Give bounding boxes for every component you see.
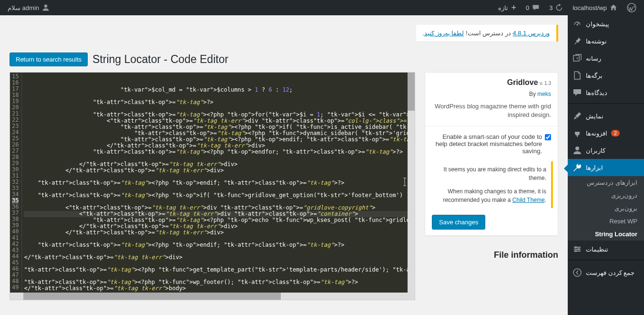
comment-icon [532,4,540,11]
sidebar-item-dashboard[interactable]: پیشخوان [568,15,644,32]
svg-point-8 [578,248,580,250]
svg-point-7 [575,246,577,248]
theme-name: Gridlove [507,78,538,86]
theme-description: WordPress blog magazine theme with grid … [432,102,551,119]
plug-icon [572,128,582,138]
sidebar-item-label: کاربران [586,147,605,154]
user-icon [572,146,582,155]
update-icon [555,4,563,11]
sidebar-item-label: پیشخوان [586,21,609,28]
vertical-scrollbar[interactable] [408,73,415,293]
comments-count[interactable]: 0 [522,0,543,15]
collapse-icon [572,268,582,277]
smartscan-checkbox[interactable] [545,134,551,140]
sidebar-item-label: جمع کردن فهرست [586,269,634,276]
sidebar-item-comment[interactable]: دیدگاه‌ها [568,84,644,101]
sidebar-item-page[interactable]: برگه‌ها [568,67,644,84]
admin-bar: سلام admin تازه + 0 3 localhost/wp [0,0,644,15]
file-information-heading: File information [425,245,558,265]
direct-edit-warning: It seems you are making direct edits to … [430,161,553,208]
wrench-icon [572,163,582,172]
line-gutter: 1516171819202122232425262728293031323334… [10,73,22,300]
sidebar-item-label: ابزارها [586,164,603,171]
sidebar-item-user[interactable]: کاربران [568,142,644,159]
sidebar-item-collapse[interactable]: جمع کردن فهرست [568,264,644,281]
save-changes-button[interactable]: Save changes [432,215,485,230]
theme-author-link[interactable]: meks [537,91,551,97]
updates-count[interactable]: 3 [545,0,567,15]
return-to-results-button[interactable]: Return to search results [10,52,88,66]
brush-icon [572,111,582,121]
home-icon [610,4,617,11]
dashboard-icon [572,19,582,29]
submenu-item[interactable]: Reset WP [568,215,644,228]
submenu-item[interactable]: برون‌بری [568,202,644,215]
sidebar-item-plug[interactable]: 2افزونه‌ها [568,125,644,142]
page-icon [572,71,582,80]
sidebar-item-label: نوشته‌ها [586,38,607,45]
sidebar-item-settings[interactable]: تنظیمات [568,241,644,258]
code-area[interactable]: "tk-var">$col_md = "tk-var">$columns > 1… [22,73,415,300]
settings-icon [572,244,582,254]
svg-point-2 [577,24,578,26]
badge: 2 [611,130,620,136]
update-nag: وردپرس 4.8.1 در دسترس است! لطفا به‌روز ک… [416,25,558,42]
sidebar-item-label: دیدگاه‌ها [586,89,607,96]
theme-info-box: Gridlove v. 1.3 By meks WordPress blog m… [425,72,558,236]
submenu-item[interactable]: String Locator [568,228,644,241]
wp-logo[interactable] [623,0,640,15]
sidebar-item-label: افزونه‌ها [586,130,607,137]
sidebar-item-media[interactable]: رسانه [568,50,644,67]
greeting[interactable]: سلام admin [4,0,53,15]
sidebar-item-wrench[interactable]: ابزارها [568,159,644,176]
sidebar-item-label: رسانه [586,55,601,62]
code-editor[interactable]: 1516171819202122232425262728293031323334… [10,72,415,300]
submenu: ابزارهای دردسترسدرون‌ریزیبرون‌بریReset W… [568,176,644,241]
wordpress-icon [627,3,636,12]
svg-point-3 [575,147,579,150]
new-content[interactable]: تازه + [494,0,520,15]
pin-icon [572,36,582,46]
sidebar-item-label: نمایش [586,113,603,120]
svg-point-10 [573,269,581,276]
user-icon [42,4,50,11]
horizontal-scrollbar[interactable] [10,293,415,300]
update-action-link[interactable]: لطفا به‌روز کنید [424,30,464,37]
page-title: String Locator - Code Editor [92,53,228,66]
main-content: وردپرس 4.8.1 در دسترس است! لطفا به‌روز ک… [0,15,568,315]
admin-sidebar: پیشخواننوشته‌هارسانهبرگه‌هادیدگاه‌هانمای… [568,15,644,315]
theme-version: v. 1.3 [540,81,551,86]
sidebar-item-label: برگه‌ها [586,72,603,79]
submenu-item[interactable]: ابزارهای دردسترس [568,176,644,189]
media-icon [572,53,582,63]
sidebar-item-label: تنظیمات [586,246,608,253]
svg-point-9 [575,250,577,252]
child-theme-link[interactable]: Child Theme [512,197,545,203]
update-version-link[interactable]: وردپرس 4.8.1 [512,30,550,37]
sidebar-item-brush[interactable]: نمایش [568,107,644,125]
site-link[interactable]: localhost/wp [569,0,621,15]
submenu-item[interactable]: درون‌ریزی [568,189,644,202]
smartscan-label: Enable a smart-scan of your code to help… [432,133,542,155]
comment-icon [572,88,582,97]
sidebar-item-pin[interactable]: نوشته‌ها [568,32,644,50]
svg-point-0 [44,5,47,8]
